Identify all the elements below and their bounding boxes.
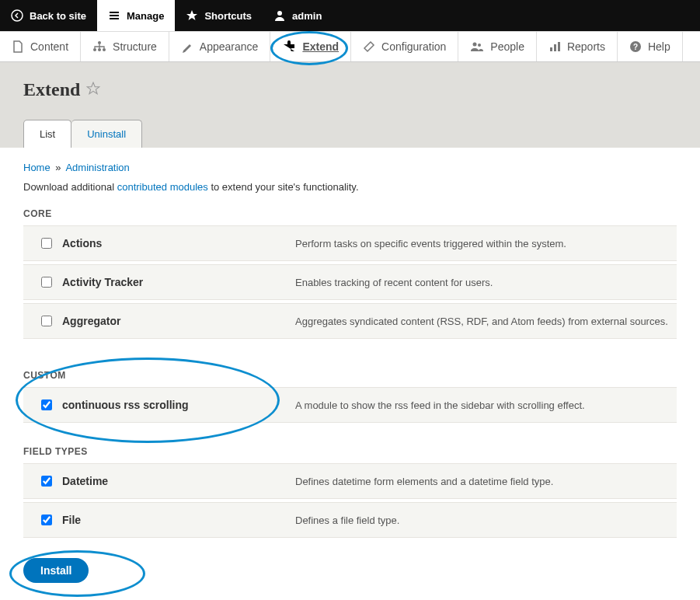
user-button[interactable]: admin bbox=[263, 0, 333, 31]
menu-content[interactable]: Content bbox=[0, 32, 81, 61]
module-row-datetime[interactable]: Datetime Defines datetime form elements … bbox=[23, 463, 677, 499]
people-icon bbox=[470, 40, 484, 53]
menu-help-label: Help bbox=[648, 40, 670, 53]
menu-reports-label: Reports bbox=[567, 40, 605, 53]
module-row-aggregator[interactable]: Aggregator Aggregates syndicated content… bbox=[23, 303, 677, 339]
module-name: continuous rss scrolling bbox=[62, 399, 295, 411]
menu-appearance[interactable]: Appearance bbox=[169, 32, 271, 61]
menu-extend[interactable]: Extend bbox=[270, 32, 351, 61]
module-desc: Aggregates syndicated content (RSS, RDF,… bbox=[295, 316, 669, 327]
module-row-actions[interactable]: Actions Perform tasks on specific events… bbox=[23, 225, 677, 261]
top-toolbar: Back to site Manage Shortcuts admin bbox=[0, 0, 700, 31]
manage-button[interactable]: Manage bbox=[97, 0, 175, 31]
menu-structure[interactable]: Structure bbox=[81, 32, 169, 61]
svg-point-4 bbox=[98, 48, 101, 51]
section-core-label: CORE bbox=[23, 208, 677, 219]
reports-icon bbox=[549, 40, 561, 53]
checkbox-aggregator[interactable] bbox=[41, 316, 52, 326]
content-header: Extend List Uninstall bbox=[0, 62, 700, 148]
module-name: File bbox=[62, 514, 295, 526]
svg-rect-8 bbox=[550, 47, 552, 51]
module-row-file[interactable]: File Defines a file field type. bbox=[23, 502, 677, 538]
svg-point-2 bbox=[98, 41, 101, 44]
module-desc: Perform tasks on specific events trigger… bbox=[295, 238, 669, 249]
checkbox-actions[interactable] bbox=[41, 238, 52, 249]
star-icon bbox=[186, 9, 198, 22]
menu-configuration[interactable]: Configuration bbox=[351, 32, 458, 61]
appearance-icon bbox=[181, 40, 193, 53]
breadcrumb-sep: » bbox=[55, 162, 61, 173]
admin-menu: Content Structure Appearance Extend Conf… bbox=[0, 31, 700, 62]
svg-text:?: ? bbox=[633, 43, 638, 51]
menu-appearance-label: Appearance bbox=[200, 40, 259, 53]
module-desc: Defines a file field type. bbox=[295, 515, 669, 526]
module-row-activity-tracker[interactable]: Activity Tracker Enables tracking of rec… bbox=[23, 264, 677, 300]
menu-reports[interactable]: Reports bbox=[537, 32, 618, 61]
configuration-icon bbox=[363, 40, 375, 53]
content-icon bbox=[12, 40, 24, 53]
menu-content-label: Content bbox=[30, 40, 68, 53]
checkbox-continuous-rss[interactable] bbox=[41, 399, 52, 410]
svg-point-0 bbox=[12, 10, 23, 21]
module-desc: A module to show the rss feed in the sid… bbox=[295, 399, 669, 411]
svg-point-5 bbox=[103, 48, 106, 51]
intro-text: Download additional contributed modules … bbox=[23, 181, 677, 193]
svg-point-3 bbox=[93, 48, 96, 51]
svg-rect-9 bbox=[554, 44, 556, 51]
checkbox-datetime[interactable] bbox=[41, 476, 52, 487]
user-icon bbox=[273, 9, 286, 22]
shortcuts-label: Shortcuts bbox=[204, 10, 252, 22]
module-desc: Enables tracking of recent content for u… bbox=[295, 277, 669, 288]
hamburger-icon bbox=[108, 9, 120, 22]
svg-rect-10 bbox=[558, 42, 560, 51]
module-name: Datetime bbox=[62, 475, 295, 487]
tab-list[interactable]: List bbox=[23, 120, 71, 148]
section-field-types-label: FIELD TYPES bbox=[23, 446, 677, 457]
module-row-continuous-rss[interactable]: continuous rss scrolling A module to sho… bbox=[23, 387, 677, 423]
manage-label: Manage bbox=[127, 10, 164, 22]
svg-point-7 bbox=[478, 44, 481, 47]
svg-point-6 bbox=[473, 43, 477, 47]
section-custom-label: CUSTOM bbox=[23, 370, 677, 381]
menu-configuration-label: Configuration bbox=[381, 40, 446, 53]
help-icon: ? bbox=[629, 40, 642, 53]
install-button[interactable]: Install bbox=[23, 558, 89, 583]
tab-uninstall[interactable]: Uninstall bbox=[71, 120, 142, 148]
menu-help[interactable]: ? Help bbox=[618, 32, 683, 61]
menu-people[interactable]: People bbox=[458, 32, 537, 61]
breadcrumb-home[interactable]: Home bbox=[23, 162, 50, 173]
menu-structure-label: Structure bbox=[113, 40, 157, 53]
tabs: List Uninstall bbox=[23, 120, 677, 148]
favorite-star-icon[interactable] bbox=[86, 82, 100, 98]
breadcrumb-admin[interactable]: Administration bbox=[65, 162, 129, 173]
checkbox-activity-tracker[interactable] bbox=[41, 277, 52, 288]
module-name: Aggregator bbox=[62, 315, 295, 327]
module-name: Actions bbox=[62, 237, 295, 249]
contributed-modules-link[interactable]: contributed modules bbox=[117, 181, 208, 193]
back-arrow-icon bbox=[11, 9, 23, 22]
module-desc: Defines datetime form elements and a dat… bbox=[295, 476, 669, 487]
main-content: Home » Administration Download additiona… bbox=[0, 148, 700, 600]
back-label: Back to site bbox=[30, 10, 86, 22]
module-name: Activity Tracker bbox=[62, 276, 295, 288]
breadcrumb: Home » Administration bbox=[23, 162, 677, 173]
menu-people-label: People bbox=[490, 40, 524, 53]
intro-suffix: to extend your site's functionality. bbox=[208, 181, 359, 193]
extend-icon bbox=[282, 40, 296, 53]
page-title: Extend bbox=[23, 79, 80, 100]
admin-label: admin bbox=[292, 10, 322, 22]
back-to-site-button[interactable]: Back to site bbox=[0, 0, 97, 31]
shortcuts-button[interactable]: Shortcuts bbox=[175, 0, 263, 31]
structure-icon bbox=[92, 40, 106, 53]
intro-prefix: Download additional bbox=[23, 181, 117, 193]
svg-point-1 bbox=[277, 11, 282, 16]
menu-extend-label: Extend bbox=[302, 40, 339, 53]
checkbox-file[interactable] bbox=[41, 515, 52, 525]
